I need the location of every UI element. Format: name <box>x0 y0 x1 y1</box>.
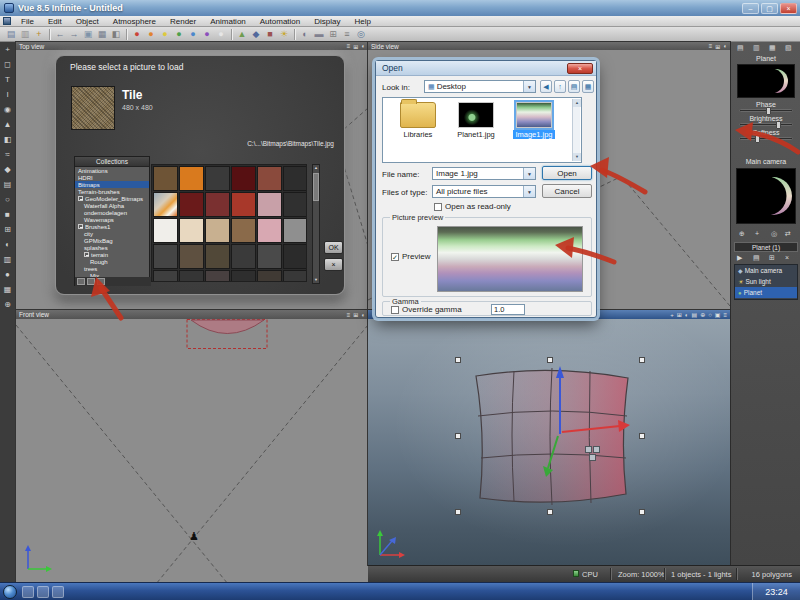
collection-item[interactable]: GPMixBag <box>75 237 149 244</box>
main-camera-preview[interactable] <box>736 168 796 224</box>
softness-slider[interactable] <box>739 137 793 140</box>
scroll-up-icon[interactable]: ▲ <box>573 99 581 107</box>
texture-thumbnail[interactable] <box>231 244 256 269</box>
camera-figure[interactable]: ♟ <box>189 531 199 541</box>
tree-item-main-camera[interactable]: ◆ Main camera <box>735 265 797 276</box>
chevron-down-icon[interactable]: ▼ <box>523 168 535 179</box>
toolbar-icon[interactable]: ◐ <box>298 28 312 41</box>
phase-slider[interactable] <box>739 109 793 112</box>
up-one-level-button[interactable]: ↑ <box>554 80 566 93</box>
planet-preview[interactable] <box>737 64 795 98</box>
toolbar-icon[interactable]: ☀ <box>277 28 291 41</box>
texture-thumbnail[interactable] <box>205 218 230 243</box>
toolbar-icon[interactable]: ● <box>144 28 158 41</box>
texture-thumbnail[interactable] <box>257 270 282 282</box>
tool-icon[interactable]: ● <box>1 268 15 282</box>
chevron-down-icon[interactable]: ▼ <box>523 81 535 92</box>
tool-icon[interactable]: ⊕ <box>1 298 15 312</box>
selection-handle[interactable] <box>455 509 461 515</box>
texture-thumbnail[interactable] <box>231 166 256 191</box>
cancel-x-button[interactable]: × <box>324 258 343 271</box>
tool-icon[interactable]: ◻ <box>1 58 15 72</box>
selection-handle[interactable] <box>547 509 553 515</box>
taskbar-item[interactable] <box>52 586 64 598</box>
file-item-image1-selected[interactable]: Image1.jpg <box>507 102 561 139</box>
toolbar-icon[interactable]: ● <box>172 28 186 41</box>
gizmo-cube-widget[interactable] <box>589 454 596 461</box>
toolbar-icon[interactable]: ▤ <box>4 28 18 41</box>
tool-icon[interactable]: T <box>1 73 15 87</box>
texture-thumbnail[interactable] <box>231 270 256 282</box>
new-folder-button[interactable]: ▤ <box>568 80 580 93</box>
toolbar-icon[interactable]: ● <box>200 28 214 41</box>
texture-thumbnail[interactable] <box>179 270 204 282</box>
viewport-menu-icon[interactable]: ≡ <box>347 312 351 318</box>
toolbar-icon[interactable]: ● <box>186 28 200 41</box>
texture-thumbnail[interactable] <box>205 244 230 269</box>
menu-edit[interactable]: Edit <box>41 16 69 26</box>
viewport-menu-icon[interactable]: ≡ <box>347 43 351 49</box>
texture-thumbnail[interactable] <box>179 218 204 243</box>
tree-collapse-icon[interactable] <box>84 252 89 257</box>
camera-control-icon[interactable]: ⇄ <box>785 230 791 238</box>
tree-item-planet[interactable]: ● Planet <box>735 287 797 298</box>
view-menu-button[interactable]: ▦ <box>582 80 594 93</box>
toolbar-icon[interactable]: ◧ <box>109 28 123 41</box>
texture-thumbnail[interactable] <box>231 192 256 217</box>
minimize-button[interactable]: – <box>742 3 759 14</box>
texture-thumbnail[interactable] <box>153 218 178 243</box>
tool-icon[interactable]: ○ <box>1 193 15 207</box>
texture-thumbnail[interactable] <box>205 192 230 217</box>
preview-checkbox[interactable]: ✓ Preview <box>391 252 430 261</box>
texture-thumbnail[interactable] <box>257 166 282 191</box>
gizmo-cube-widget[interactable] <box>585 446 592 453</box>
scroll-up-icon[interactable]: ▲ <box>313 165 319 171</box>
viewport-maximize-icon[interactable]: ⊞ <box>353 43 358 50</box>
texture-thumbnail[interactable] <box>179 244 204 269</box>
menu-object[interactable]: Object <box>69 16 106 26</box>
toolbar-icon[interactable]: ● <box>158 28 172 41</box>
texture-thumbnail[interactable] <box>283 218 307 243</box>
tool-icon[interactable]: ◧ <box>1 133 15 147</box>
texture-thumbnail[interactable] <box>283 244 307 269</box>
menu-help[interactable]: Help <box>347 16 377 26</box>
collection-item[interactable]: Animations <box>75 167 149 174</box>
toolbar-icon[interactable]: ≡ <box>340 28 354 41</box>
scroll-down-icon[interactable]: ▼ <box>313 277 319 283</box>
camera-control-icon[interactable]: ⊕ <box>739 230 745 238</box>
viewport-icon[interactable]: ▤ <box>691 311 697 318</box>
tool-icon[interactable]: ▲ <box>1 118 15 132</box>
gizmo-cube-widget[interactable] <box>593 446 600 453</box>
gamma-value-input[interactable]: 1.0 <box>491 304 525 315</box>
collection-item[interactable]: Waterfall Alpha <box>75 202 149 209</box>
panel-tab-icon[interactable]: ▤ <box>737 44 744 52</box>
viewport-maximize-icon[interactable]: ⊞ <box>715 43 720 50</box>
collection-item[interactable]: city <box>75 230 149 237</box>
planet-object-front[interactable] <box>186 319 272 353</box>
tree-collapse-icon[interactable] <box>78 224 83 229</box>
collection-item[interactable]: Wavemaps <box>75 216 149 223</box>
tool-icon[interactable]: ◉ <box>1 103 15 117</box>
file-item-libraries[interactable]: Libraries <box>391 102 445 139</box>
texture-thumbnail[interactable] <box>257 192 282 217</box>
toolbar-icon[interactable]: ■ <box>263 28 277 41</box>
toolbar-icon[interactable]: ← <box>53 28 67 41</box>
viewport-icon[interactable]: ≡ <box>723 312 727 318</box>
texture-thumbnail[interactable] <box>283 192 307 217</box>
toolbar-icon[interactable]: → <box>67 28 81 41</box>
start-button[interactable] <box>3 585 17 599</box>
tool-icon[interactable]: ◆ <box>1 163 15 177</box>
camera-control-icon[interactable]: ◎ <box>771 230 777 238</box>
taskbar-item[interactable] <box>22 586 34 598</box>
selection-handle[interactable] <box>639 509 645 515</box>
transform-gizmo[interactable] <box>516 360 646 480</box>
collection-item[interactable]: Rough <box>75 258 149 265</box>
menu-display[interactable]: Display <box>307 16 347 26</box>
viewport-maximize-icon[interactable]: ⊞ <box>353 311 358 318</box>
selection-handle[interactable] <box>455 357 461 363</box>
close-button[interactable]: × <box>567 63 593 74</box>
texture-scrollbar[interactable]: ▲ ▼ <box>312 164 320 284</box>
files-of-type-dropdown[interactable]: All picture files ▼ <box>432 185 536 198</box>
collection-item-selected[interactable]: Bitmaps <box>75 181 149 188</box>
texture-thumbnail[interactable] <box>205 166 230 191</box>
